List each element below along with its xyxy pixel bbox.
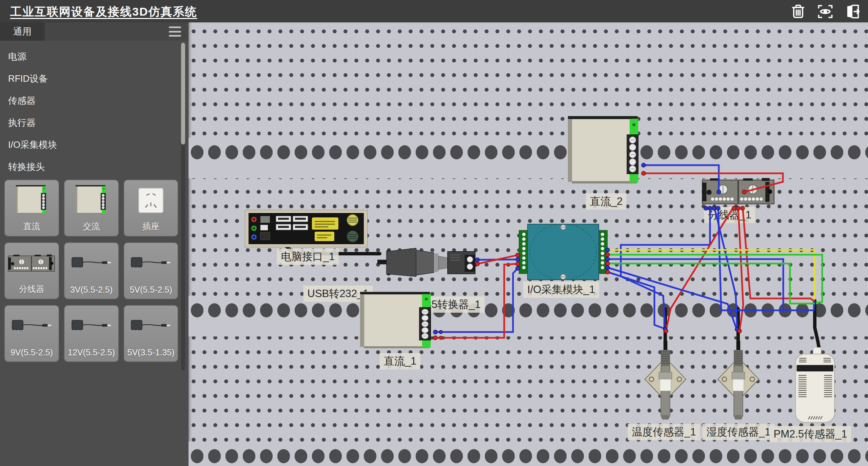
sidebar-tabstrip: 通用 — [0, 22, 189, 41]
palette-item-ac[interactable]: 交流 — [64, 179, 119, 237]
sidebar-scrollbar[interactable] — [181, 43, 185, 370]
splitter-icon — [5, 243, 59, 284]
sidebar: 通用 电源 RFID设备 传感器 执行器 I/O采集模块 转换接头 直流 交流 … — [0, 22, 189, 466]
palette-item-3v[interactable]: 3V(5.5-2.5) — [64, 242, 119, 299]
adapter-icon — [5, 306, 59, 348]
device-label[interactable]: PM2.5传感器_1 — [769, 426, 851, 442]
dc-psu-icon — [5, 180, 59, 221]
exit-icon — [844, 3, 861, 20]
device-dc-1[interactable] — [359, 291, 436, 352]
sidebar-item-adapter[interactable]: 转换接头 — [0, 156, 176, 178]
device-palette: 直流 交流 插座 分线器 3V(5.5-2.5) 5V(5.5-2.5) 9V(… — [4, 179, 178, 362]
eye-scan-icon — [816, 3, 834, 20]
simulation-canvas[interactable]: 直流_2 分线器_1 电脑接口_1 USB转232_1 RS232转485转换器… — [189, 22, 868, 466]
device-pc-interface-1[interactable] — [245, 210, 368, 247]
device-label[interactable]: 温度传感器_1 — [628, 424, 700, 440]
sidebar-item-power[interactable]: 电源 — [0, 45, 176, 67]
menu-icon[interactable] — [169, 26, 181, 37]
palette-item-5v[interactable]: 5V(5.5-2.5) — [123, 242, 178, 299]
device-label[interactable]: 直流_2 — [586, 193, 627, 210]
palette-item-splitter[interactable]: 分线器 — [4, 242, 59, 299]
adapter-icon — [124, 306, 178, 348]
top-bar: 工业互联网设备及接线3D仿真系统 — [0, 0, 868, 22]
pegboard-hole-row — [189, 296, 868, 336]
pegboard-hole-row — [189, 138, 868, 178]
palette-item-12v[interactable]: 12V(5.5-2.5) — [64, 305, 119, 362]
sidebar-item-actuator[interactable]: 执行器 — [0, 112, 176, 134]
socket-icon — [124, 180, 178, 221]
sidebar-item-sensor[interactable]: 传感器 — [0, 90, 176, 112]
device-label[interactable]: I/O采集模块_1 — [523, 281, 599, 298]
device-dc-2[interactable] — [567, 115, 644, 189]
palette-item-dc[interactable]: 直流 — [4, 179, 59, 237]
palette-item-9v[interactable]: 9V(5.5-2.5) — [4, 305, 59, 362]
view-button[interactable] — [816, 2, 835, 21]
adapter-icon — [64, 306, 118, 348]
device-label[interactable]: 直流_1 — [380, 353, 420, 369]
adapter-icon — [124, 243, 178, 285]
device-label[interactable]: 湿度传感器_1 — [702, 424, 774, 440]
pegboard-hole-row — [189, 442, 868, 466]
tab-general[interactable]: 通用 — [0, 22, 45, 41]
palette-item-socket[interactable]: 插座 — [123, 179, 178, 237]
device-pm25-sensor-1[interactable] — [792, 345, 838, 426]
device-rs232-to-485-converter-1[interactable] — [377, 246, 479, 279]
palette-item-5v-135[interactable]: 5V(3.5-1.35) — [123, 305, 178, 362]
device-label[interactable]: 分线器_1 — [704, 207, 755, 223]
category-list: 电源 RFID设备 传感器 执行器 I/O采集模块 转换接头 — [0, 45, 176, 178]
trash-icon — [789, 3, 807, 20]
sidebar-item-rfid[interactable]: RFID设备 — [0, 67, 176, 90]
device-temp-sensor-1[interactable] — [643, 341, 688, 421]
scrollbar-thumb[interactable] — [181, 43, 185, 144]
adapter-icon — [64, 243, 118, 285]
app-title: 工业互联网设备及接线3D仿真系统 — [10, 4, 197, 20]
toolbar — [789, 2, 862, 21]
device-io-module-1[interactable] — [519, 222, 608, 282]
delete-button[interactable] — [789, 2, 808, 21]
ac-psu-icon — [64, 180, 118, 221]
device-humidity-sensor-1[interactable] — [715, 341, 761, 421]
exit-button[interactable] — [843, 2, 862, 21]
device-label[interactable]: 电脑接口_1 — [277, 249, 339, 265]
device-splitter-1[interactable] — [701, 177, 776, 206]
sidebar-item-io-module[interactable]: I/O采集模块 — [0, 134, 176, 156]
